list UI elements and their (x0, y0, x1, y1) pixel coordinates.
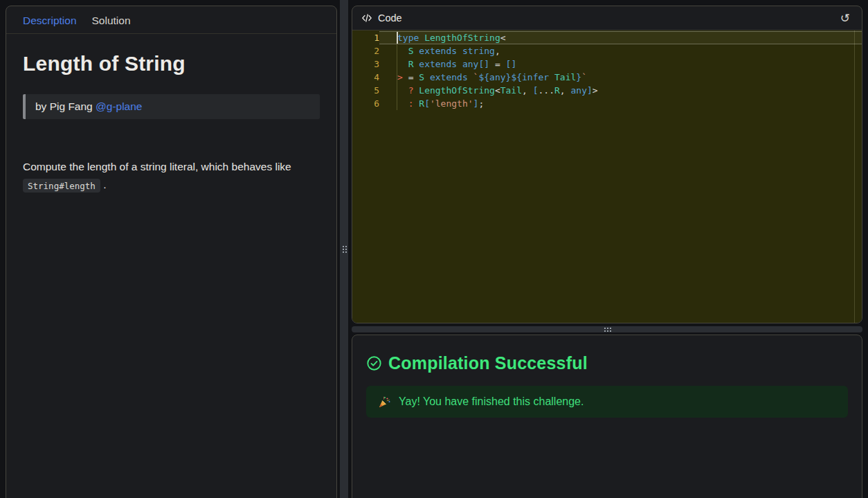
description-panel: Description Solution Length of String by… (6, 6, 337, 498)
code-line[interactable]: 6 : R['length']; (352, 97, 862, 110)
description-content: Length of String by Pig Fang @g-plane Co… (6, 52, 336, 195)
status-heading: Compilation Successful (388, 353, 588, 373)
code-editor-lines: 1type LengthOfString<2 S extends string,… (352, 31, 862, 110)
tab-description[interactable]: Description (23, 15, 77, 27)
horizontal-resize-handle[interactable] (352, 326, 862, 332)
code-line-content[interactable]: type LengthOfString< (379, 31, 862, 44)
code-line[interactable]: 3 R extends any[] = [] (352, 57, 862, 71)
line-number: 4 (352, 71, 379, 84)
app-screen: Description Solution Length of String by… (0, 0, 868, 498)
description-suffix: . (103, 179, 106, 190)
code-line[interactable]: 2 S extends string, (352, 44, 862, 57)
byline-text: by Pig Fang (35, 100, 96, 112)
success-message-box: Yay! You have finished this challenge. (366, 386, 848, 418)
line-number: 6 (352, 97, 379, 110)
left-tabbar: Description Solution (6, 6, 336, 34)
code-line[interactable]: 1type LengthOfString< (352, 31, 862, 44)
code-line[interactable]: 5 ? LengthOfString<Tail, [...R, any]> (352, 84, 862, 97)
code-panel-header: Code ↺ (352, 6, 862, 30)
code-panel-title: Code (378, 12, 402, 24)
code-line-content[interactable]: R extends any[] = [] (379, 57, 862, 71)
line-number: 3 (352, 57, 379, 71)
reset-icon[interactable]: ↺ (838, 11, 853, 26)
result-panel: Compilation Successful Yay! You have fin… (352, 335, 862, 498)
vertical-resize-handle[interactable] (340, 0, 348, 498)
code-line-content[interactable]: > = S extends `${any}${infer Tail}` (379, 71, 862, 84)
line-number: 2 (352, 44, 379, 57)
party-popper-icon (378, 395, 391, 409)
line-number: 1 (352, 31, 379, 44)
grip-dots-icon (604, 327, 611, 332)
code-line[interactable]: 4> = S extends `${any}${infer Tail}` (352, 71, 862, 84)
inline-code: String#length (23, 179, 100, 193)
code-panel: Code ↺ 1type LengthOfString<2 S extends … (352, 6, 862, 323)
author-link[interactable]: @g-plane (96, 100, 142, 112)
description-text: Compute the length of a string literal, … (23, 161, 291, 172)
compilation-status: Compilation Successful (366, 353, 848, 373)
code-line-content[interactable]: S extends string, (379, 44, 862, 57)
grip-dots-icon (342, 245, 347, 253)
success-message: Yay! You have finished this challenge. (399, 395, 584, 408)
author-blockquote: by Pig Fang @g-plane (23, 94, 320, 119)
code-editor[interactable]: 1type LengthOfString<2 S extends string,… (352, 30, 862, 323)
code-icon (361, 12, 372, 24)
text-cursor (397, 32, 398, 44)
page-title: Length of String (23, 52, 320, 75)
challenge-description: Compute the length of a string literal, … (23, 158, 320, 195)
line-number: 5 (352, 84, 379, 97)
tab-solution[interactable]: Solution (92, 15, 131, 27)
code-line-content[interactable]: : R['length']; (379, 97, 862, 110)
code-line-content[interactable]: ? LengthOfString<Tail, [...R, any]> (379, 84, 862, 97)
check-circle-icon (366, 355, 382, 371)
